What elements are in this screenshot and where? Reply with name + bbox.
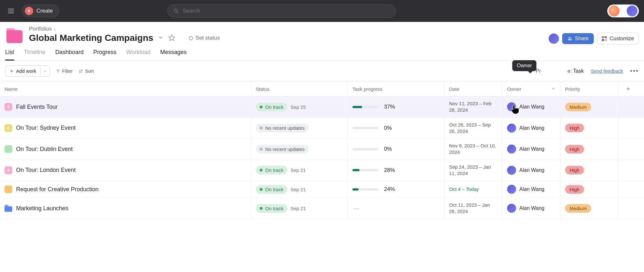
cell-progress[interactable]: 28%: [348, 160, 445, 181]
date-range: Oct 26, 2023 – Sep 26, 2024: [449, 122, 498, 135]
svg-point-6: [569, 37, 570, 38]
cell-date[interactable]: Oct 11, 2023 – Jan 26, 2024: [445, 198, 503, 219]
cell-name[interactable]: On Tour: Sydney Event: [0, 118, 251, 139]
cell-priority[interactable]: High: [561, 160, 619, 181]
cell-name[interactable]: On Tour: London Event: [0, 160, 251, 181]
title-menu-button[interactable]: [158, 35, 164, 42]
add-work-button[interactable]: ＋Add work: [5, 65, 50, 77]
cell-date[interactable]: Oct 4 – Today: [445, 181, 503, 198]
portfolio-title[interactable]: Global Marketing Campaigns: [29, 33, 153, 43]
cell-name[interactable]: Marketing Launches: [0, 198, 251, 219]
customize-label: Customize: [610, 36, 634, 42]
cell-status[interactable]: On trackSep 21: [251, 198, 348, 219]
cell-priority[interactable]: High: [561, 181, 619, 198]
tab-workload[interactable]: Workload: [126, 49, 150, 61]
table-row[interactable]: On Tour: Sydney EventNo recent updates0%…: [0, 118, 644, 139]
cell-owner[interactable]: Alan Wang: [503, 160, 561, 181]
add-column-button[interactable]: [619, 81, 638, 96]
cell-owner[interactable]: Alan Wang: [503, 97, 561, 117]
tab-progress[interactable]: Progress: [93, 49, 116, 61]
cell-status[interactable]: No recent updates: [251, 139, 348, 160]
cell-progress[interactable]: —: [348, 198, 445, 219]
table-row[interactable]: On Tour: Dublin EventNo recent updates0%…: [0, 139, 644, 160]
cell-status[interactable]: On trackSep 21: [251, 160, 348, 181]
cell-name[interactable]: Fall Events Tour: [0, 97, 251, 117]
more-actions-button[interactable]: •••: [630, 67, 639, 75]
cell-name[interactable]: Request for Creative Production: [0, 181, 251, 198]
cell-progress[interactable]: 24%: [348, 181, 445, 198]
cell-progress[interactable]: 0%: [348, 118, 445, 139]
send-feedback-link[interactable]: Send feedback: [591, 68, 623, 74]
filter-button[interactable]: Filter: [56, 68, 73, 74]
cell-progress[interactable]: 37%: [348, 97, 445, 117]
status-chip: On track: [256, 185, 287, 194]
project-name: Marketing Launches: [16, 205, 68, 212]
cell-date[interactable]: Nov 11, 2023 – Feb 28, 2024: [445, 97, 503, 117]
breadcrumb-root[interactable]: Portfolios: [29, 26, 52, 32]
table-row[interactable]: On Tour: London EventOn trackSep 2128%Se…: [0, 160, 644, 181]
add-work-dropdown[interactable]: [40, 67, 50, 75]
status-label: On track: [265, 206, 284, 211]
share-button[interactable]: Share: [562, 33, 594, 44]
favorite-button[interactable]: [168, 34, 175, 42]
cell-priority[interactable]: High: [561, 139, 619, 160]
cell-owner[interactable]: Alan Wang: [503, 198, 561, 219]
set-status-button[interactable]: Set status: [189, 35, 220, 41]
status-chip: On track: [256, 103, 287, 111]
upgrade-pill[interactable]: [607, 5, 639, 17]
sort-icon: [79, 69, 83, 73]
member-avatar[interactable]: [549, 33, 559, 44]
cell-priority[interactable]: High: [561, 118, 619, 139]
view-tabs: List Timeline Dashboard Progress Workloa…: [0, 44, 644, 61]
tab-list[interactable]: List: [5, 49, 14, 61]
table-row[interactable]: Fall Events TourOn trackSep 2537%Nov 11,…: [0, 97, 644, 118]
status-chip: On track: [256, 166, 287, 174]
cell-date[interactable]: Nov 9, 2023 – Oct 10, 2024: [445, 139, 503, 160]
col-owner[interactable]: Owner: [503, 81, 561, 96]
progress-bar: 24%: [352, 186, 440, 192]
tab-messages[interactable]: Messages: [160, 49, 187, 61]
customize-button[interactable]: Customize: [597, 33, 639, 44]
cell-status[interactable]: On trackSep 21: [251, 181, 348, 198]
search-input[interactable]: [183, 8, 390, 14]
col-name[interactable]: Name: [0, 81, 251, 96]
cell-priority[interactable]: Medium: [561, 198, 619, 219]
cell-date[interactable]: Oct 26, 2023 – Sep 26, 2024: [445, 118, 503, 139]
breadcrumb[interactable]: Portfolios ›: [29, 26, 220, 32]
sort-button[interactable]: Sort: [79, 68, 94, 74]
priority-chip: High: [565, 185, 584, 194]
cell-status[interactable]: No recent updates: [251, 118, 348, 139]
menu-toggle[interactable]: [5, 5, 17, 17]
project-icon: [5, 166, 12, 174]
search-field[interactable]: [167, 4, 396, 18]
topbar: + Create: [0, 0, 644, 22]
owner-avatar: [507, 102, 516, 111]
priority-chip: Medium: [565, 204, 591, 213]
col-task-progress[interactable]: Task progress: [348, 81, 445, 96]
tab-dashboard[interactable]: Dashboard: [55, 49, 83, 61]
list-toolbar: ＋Add work Filter Sort Pr ogress typ e: T…: [0, 61, 644, 81]
cell-owner[interactable]: Alan Wang: [503, 181, 561, 198]
col-date[interactable]: Date: [445, 81, 503, 96]
cell-owner[interactable]: Alan Wang: [503, 118, 561, 139]
cell-name[interactable]: On Tour: Dublin Event: [0, 139, 251, 160]
cell-trailing: [619, 139, 638, 160]
create-button[interactable]: + Create: [22, 5, 59, 17]
svg-point-3: [174, 9, 178, 12]
col-status[interactable]: Status: [251, 81, 348, 96]
table-row[interactable]: Request for Creative ProductionOn trackS…: [0, 181, 644, 198]
cell-date[interactable]: Sep 24, 2023 – Jan 11, 2024: [445, 160, 503, 181]
table-header: Name Status Task progress Date Owner Pri…: [0, 81, 644, 97]
owner-name: Alan Wang: [519, 186, 544, 192]
progress-type-selector[interactable]: Pr ogress typ e: Task: [536, 68, 584, 74]
cell-owner[interactable]: Alan Wang: [503, 139, 561, 160]
cell-progress[interactable]: 0%: [348, 139, 445, 160]
tab-timeline[interactable]: Timeline: [24, 49, 45, 61]
project-name: Fall Events Tour: [16, 104, 58, 110]
cell-priority[interactable]: Medium: [561, 97, 619, 117]
cell-status[interactable]: On trackSep 25: [251, 97, 348, 117]
col-priority[interactable]: Priority: [561, 81, 619, 96]
user-avatar[interactable]: [627, 5, 638, 16]
table-row[interactable]: Marketing LaunchesOn trackSep 21—Oct 11,…: [0, 198, 644, 219]
status-date: Sep 21: [291, 187, 306, 192]
